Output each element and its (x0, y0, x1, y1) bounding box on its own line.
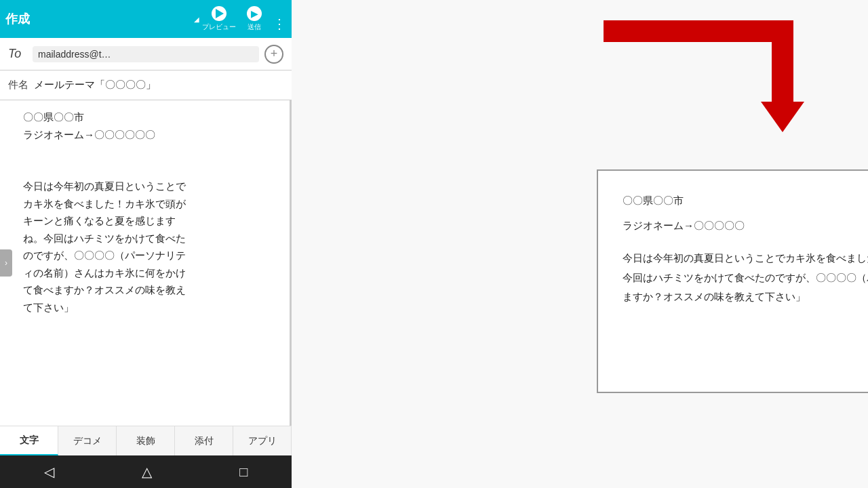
signal-icon: ◢ (194, 16, 199, 23)
send-button[interactable]: ▶ 送信 (247, 6, 262, 32)
more-button[interactable]: ⋮ (273, 16, 286, 32)
preview-box: 〇〇県〇〇市 ラジオネーム→〇〇〇〇〇 今日は今年初の真夏日ということでカキ氷を… (597, 169, 868, 393)
body-area[interactable]: › 〇〇県〇〇市 ラジオネーム→〇〇〇〇〇〇 今日は今年初の真夏日ということで … (0, 100, 292, 426)
body-line-4 (23, 161, 279, 178)
subject-field[interactable]: メールテーマ「〇〇〇〇」 (34, 79, 156, 92)
body-line-6: カキ氷を食べました！カキ氷で頭が (23, 195, 279, 213)
home-button[interactable]: △ (142, 464, 152, 480)
svg-marker-2 (761, 102, 804, 132)
top-bar-actions: プレビュー ▶ 送信 ⋮ (202, 6, 286, 32)
nav-bar: ◁ △ □ (0, 455, 292, 488)
tab-bar: 文字 デコメ 装飾 添付 アプリ (0, 426, 292, 455)
tab-decoration[interactable]: 装飾 (117, 426, 175, 455)
body-line-8: ね。今回はハチミツをかけて食べた (23, 230, 279, 247)
arrow-indicator (604, 20, 821, 142)
body-content: 〇〇県〇〇市 ラジオネーム→〇〇〇〇〇〇 今日は今年初の真夏日ということで カキ… (23, 108, 279, 316)
back-button[interactable]: ◁ (44, 464, 54, 480)
right-panel: 〇〇県〇〇市 ラジオネーム→〇〇〇〇〇 今日は今年初の真夏日ということでカキ氷を… (292, 0, 868, 488)
recents-button[interactable]: □ (239, 464, 248, 480)
body-line-2: ラジオネーム→〇〇〇〇〇〇 (23, 126, 279, 144)
subject-label: 件名 (8, 79, 28, 92)
tab-decome[interactable]: デコメ (58, 426, 117, 455)
body-line-7: キーンと痛くなると夏を感じます (23, 212, 279, 230)
body-line-12: て下さい」 (23, 299, 279, 317)
body-line-3 (23, 143, 279, 161)
phone-panel: 作成 ◢ プレビュー ▶ 送信 ⋮ To mailaddress@t… + 件名… (0, 0, 292, 488)
body-line-5: 今日は今年初の真夏日ということで (23, 178, 279, 195)
body-line-9: のですが、〇〇〇〇（パーソナリテ (23, 247, 279, 264)
preview-body: 今日は今年初の真夏日ということでカキ氷を食べました！カキ氷で頭がキーンと痛くなる… (623, 249, 868, 307)
top-bar: 作成 ◢ プレビュー ▶ 送信 ⋮ (0, 0, 292, 38)
preview-button[interactable]: プレビュー (202, 6, 236, 32)
tab-attach[interactable]: 添付 (175, 426, 233, 455)
to-label: To (8, 47, 33, 61)
body-line-1: 〇〇県〇〇市 (23, 108, 279, 126)
svg-rect-1 (772, 20, 793, 102)
svg-rect-0 (604, 20, 793, 42)
tab-text[interactable]: 文字 (0, 426, 58, 455)
side-indicator: › (0, 249, 12, 277)
to-row: To mailaddress@t… + (0, 38, 292, 70)
preview-line1: 〇〇県〇〇市 (623, 191, 868, 211)
preview-line2: ラジオネーム→〇〇〇〇〇 (623, 216, 868, 236)
add-recipient-button[interactable]: + (264, 45, 283, 64)
body-line-11: て食べますか？オススメの味を教え (23, 281, 279, 299)
tab-app[interactable]: アプリ (233, 426, 292, 455)
compose-title: 作成 (5, 11, 194, 27)
subject-row: 件名 メールテーマ「〇〇〇〇」 (0, 70, 292, 100)
body-line-10: ィの名前）さんはカキ氷に何をかけ (23, 264, 279, 282)
to-address-field[interactable]: mailaddress@t… (33, 46, 259, 62)
